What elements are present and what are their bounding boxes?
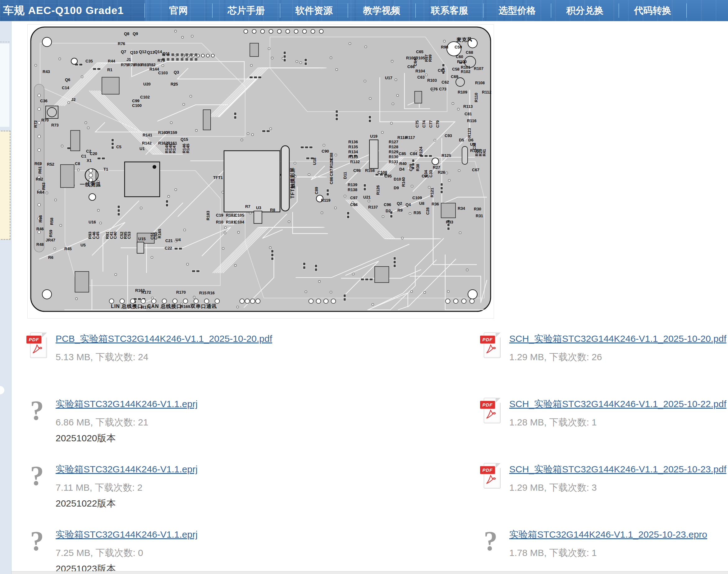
pcb-silkscreen-label: C1 — [81, 154, 86, 159]
pcb-silkscreen-label: Q12 — [139, 49, 147, 54]
pcb-silkscreen-label: 一线测温 — [80, 182, 101, 187]
unknown-file-icon: ? — [27, 528, 48, 555]
pcb-silkscreen-label: U19 — [370, 134, 378, 138]
top-nav-bar: 车规 AEC-Q100 Grade1 官网 芯片手册 软件资源 教学视频 联系客… — [0, 0, 728, 21]
pcb-silkscreen-label: R58 — [49, 217, 54, 225]
pcb-silkscreen-label: C29 — [409, 164, 413, 171]
pcb-silkscreen-label: R33 — [446, 220, 453, 224]
unknown-file-icon: ? — [27, 397, 48, 424]
pcb-silkscreen-label: R72 — [33, 120, 38, 128]
pcb-silkscreen-label: C81 — [465, 112, 472, 116]
pcb-silkscreen-label: C59 — [455, 45, 462, 49]
file-link[interactable]: 实验箱STC32G144K246-V1.1_2025-10-23.epro — [509, 529, 707, 539]
pdf-badge: PDF — [27, 336, 41, 343]
pcb-silkscreen-label: R100 — [457, 59, 467, 64]
pcb-silkscreen-label: C69 — [451, 74, 458, 79]
file-link[interactable]: SCH_实验箱STC32G144K246-V1.1_2025-10-23.pdf — [509, 464, 726, 474]
file-link[interactable]: SCH_实验箱STC32G144K246-V1.1_2025-10-20.pdf — [509, 333, 726, 344]
pcb-silkscreen-label: C63 — [417, 75, 425, 80]
pcb-silkscreen-label: D5 — [459, 138, 464, 142]
pcb-silkscreen-label: U1 — [139, 147, 145, 151]
pcb-silkscreen-label: 双串口通讯 — [190, 303, 217, 309]
pcb-silkscreen-label: R7 — [245, 204, 250, 209]
pcb-silkscreen-label: R118 — [397, 135, 407, 140]
file-meta: 1.29 MB, 下载次数: 3 — [509, 481, 726, 494]
pcb-silkscreen-label: R131 — [389, 159, 398, 164]
pcb-silkscreen-label: R80 — [134, 63, 142, 67]
pcb-silkscreen-label: C61 — [438, 68, 445, 73]
file-meta: 6.86 MB, 下载次数: 21 — [56, 416, 198, 429]
nav-item-contact-support[interactable]: 联系客服 — [416, 3, 483, 18]
pcb-silkscreen-label: C109 — [412, 196, 422, 200]
nav-item-teaching-videos[interactable]: 教学视频 — [348, 3, 416, 18]
pcb-silkscreen-label: R133 — [348, 155, 358, 159]
pcb-silkscreen-label: C74 — [422, 120, 426, 128]
pcb-silkscreen-label: Q9 — [133, 31, 138, 36]
pcb-silkscreen-label: R1 — [107, 68, 113, 72]
pcb-silkscreen-label: R124 — [419, 147, 423, 156]
pcb-silkscreen-label: LIN 总线接口 — [111, 303, 143, 309]
pcb-silkscreen-label: R141 — [143, 133, 152, 137]
pcb-silkscreen-label: R170 — [176, 290, 186, 295]
pcb-silkscreen-label: C99 — [132, 98, 139, 103]
pdf-file-icon: PDF — [480, 397, 501, 424]
pcb-silkscreen-label: R107 — [474, 66, 483, 71]
pdf-file-icon: PDF — [480, 332, 501, 359]
nav-brand[interactable]: 车规 AEC-Q100 Grade1 — [0, 0, 144, 21]
pcb-silkscreen-label: U3 — [256, 205, 261, 210]
file-entry: PDF SCH_实验箱STC32G144K246-V1.1_2025-10-20… — [480, 332, 728, 397]
pcb-silkscreen-label: C102 — [140, 95, 150, 99]
pcb-silkscreen-label: J1 — [126, 57, 131, 62]
pcb-silkscreen-label: R136 — [348, 139, 358, 144]
nav-item-points-exchange[interactable]: 积分兑换 — [551, 3, 618, 18]
pcb-silkscreen-label: R102 — [461, 69, 470, 74]
pcb-silkscreen-label: C103 — [158, 71, 168, 75]
pcb-silkscreen-label: R138 — [348, 188, 357, 192]
pcb-silkscreen-label: R147 — [172, 144, 176, 153]
pdf-badge: PDF — [480, 466, 495, 474]
pcb-silkscreen-label: 麦克风 — [456, 37, 472, 42]
file-link[interactable]: PCB_实验箱STC32G144K246-V1.1_2025-10-20.pdf — [56, 333, 272, 344]
pcb-silkscreen-label: R140 — [401, 177, 406, 187]
pcb-silkscreen-label: R81 — [141, 63, 149, 67]
file-link[interactable]: 实验箱STC32G144K246-V1.1.eprj — [56, 529, 198, 539]
pcb-silkscreen-label: D11 — [343, 172, 347, 179]
pcb-silkscreen-label: D4 — [399, 167, 404, 171]
pcb-silkscreen-label: R15 — [199, 291, 207, 295]
pcb-silkscreen-label: C93 — [445, 133, 452, 138]
pdf-badge: PDF — [480, 336, 495, 343]
pcb-silkscreen-label: Q14 — [155, 49, 162, 54]
pcb-silkscreen-label: D6 — [468, 138, 474, 142]
strip-handle-bump[interactable] — [0, 386, 4, 394]
pcb-silkscreen-label: U18 — [312, 158, 317, 165]
pcb-silkscreen-label: J2 — [71, 97, 76, 102]
pcb-silkscreen-label: R165 — [157, 229, 162, 238]
pcb-silkscreen-label: C94 — [350, 202, 358, 207]
file-meta: 7.25 MB, 下载次数: 0 — [56, 547, 198, 560]
pcb-silkscreen-label: C22 — [165, 246, 172, 250]
nav-item-software-resources[interactable]: 软件资源 — [280, 3, 348, 18]
pcb-silkscreen-label: C79 — [435, 120, 440, 128]
nav-item-official-site[interactable]: 官网 — [144, 3, 212, 18]
pcb-silkscreen-label: U15 — [138, 237, 146, 241]
nav-item-code-convert[interactable]: 代码转换 — [618, 3, 687, 18]
pcb-silkscreen-label: U4 — [176, 238, 181, 242]
pcb-silkscreen-label: R6 — [48, 255, 53, 260]
pcb-silkscreen-label: CAN 总线接口 — [147, 303, 182, 309]
pcb-silkscreen-label: R59 — [48, 230, 53, 237]
nav-item-chip-manual[interactable]: 芯片手册 — [212, 3, 280, 18]
nav-item-selection-price[interactable]: 选型价格 — [483, 3, 551, 18]
pcb-silkscreen-label: R123 — [467, 128, 472, 138]
pdf-file-icon: PDF — [480, 462, 501, 489]
left-side-strip — [0, 21, 11, 574]
file-link[interactable]: 实验箱STC32G144K246-V1.1.eprj — [56, 464, 198, 474]
file-link[interactable]: 实验箱STC32G144K246-V1.1.eprj — [56, 399, 198, 409]
pcb-silkscreen-label: X1 — [87, 158, 92, 163]
pcb-silkscreen-label: R52 — [47, 162, 54, 167]
pcb-silkscreen-label: R181 — [226, 220, 235, 224]
pcb-silkscreen-label: R132 — [350, 159, 360, 164]
file-version-note: 20251020版本 — [56, 432, 198, 445]
file-link[interactable]: SCH_实验箱STC32G144K246-V1.1_2025-10-22.pdf — [509, 399, 726, 409]
pcb-silkscreen-label: R43 — [43, 69, 50, 74]
file-entry: ? 实验箱STC32G144K246-V1.1.eprj 6.86 MB, 下载… — [27, 397, 480, 462]
